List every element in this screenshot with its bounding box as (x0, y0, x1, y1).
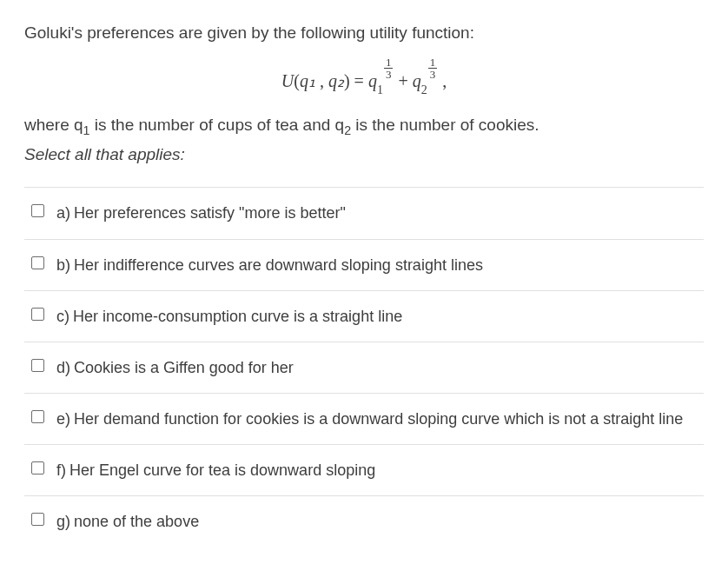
checkbox-b[interactable] (31, 256, 44, 269)
desc-s2: 2 (344, 123, 351, 137)
option-b-text: b)Her indifference curves are downward s… (56, 254, 483, 276)
eq-t1-sub: 1 (377, 83, 383, 96)
eq-exp2-num: 1 (428, 56, 438, 69)
select-all-prompt: Select all that applies: (24, 145, 704, 164)
option-f-text: f)Her Engel curve for tea is downward sl… (56, 459, 375, 481)
option-c[interactable]: c)Her income-consumption curve is a stra… (24, 290, 704, 342)
option-d[interactable]: d)Cookies is a Giffen good for her (24, 342, 704, 393)
option-c-letter: c) (56, 308, 69, 325)
option-g-letter: g) (56, 513, 70, 530)
option-c-text: c)Her income-consumption curve is a stra… (56, 305, 402, 328)
option-c-label: Her income-consumption curve is a straig… (73, 308, 402, 325)
option-a-label: Her preferences satisfy "more is better" (74, 204, 346, 222)
eq-t2-sub: 2 (421, 83, 427, 96)
checkbox-e[interactable] (31, 410, 44, 423)
checkbox-d[interactable] (31, 359, 44, 372)
option-b-letter: b) (56, 256, 70, 274)
checkbox-g[interactable] (31, 513, 44, 526)
option-f-label: Her Engel curve for tea is downward slop… (69, 461, 375, 479)
option-d-letter: d) (56, 359, 70, 376)
option-a-text: a)Her preferences satisfy "more is bette… (56, 202, 346, 224)
eq-exp1: 13 (384, 56, 394, 80)
option-e-letter: e) (56, 410, 70, 428)
option-d-text: d)Cookies is a Giffen good for her (56, 356, 294, 379)
eq-exp2-den: 3 (428, 69, 438, 80)
eq-exp1-den: 3 (384, 69, 394, 80)
option-f[interactable]: f)Her Engel curve for tea is downward sl… (24, 444, 704, 495)
eq-args: q₁ , q₂ (300, 71, 344, 90)
desc-p3: is the number of cookies. (351, 116, 539, 134)
option-g[interactable]: g)none of the above (24, 495, 704, 547)
options-list: a)Her preferences satisfy "more is bette… (24, 187, 704, 547)
utility-equation: U(q₁ , q₂) = q113 + q213 , (24, 56, 704, 98)
option-e-text: e)Her demand function for cookies is a d… (56, 408, 683, 430)
question-description: where q1 is the number of cups of tea an… (24, 113, 704, 140)
question-container: Goluki's preferences are given by the fo… (0, 0, 728, 564)
desc-p2: is the number of cups of tea and q (90, 116, 345, 134)
eq-exp2: 13 (428, 56, 438, 80)
eq-t2-base: q (413, 71, 421, 90)
desc-p1: where q (24, 116, 83, 134)
eq-func: U (281, 71, 294, 90)
option-b-label: Her indifference curves are downward slo… (74, 256, 483, 274)
option-a[interactable]: a)Her preferences satisfy "more is bette… (24, 187, 704, 238)
eq-exp1-num: 1 (384, 56, 394, 69)
desc-s1: 1 (83, 123, 90, 137)
checkbox-a[interactable] (31, 204, 44, 217)
option-d-label: Cookies is a Giffen good for her (74, 359, 294, 376)
checkbox-c[interactable] (31, 308, 44, 321)
option-e-label: Her demand function for cookies is a dow… (74, 410, 683, 428)
option-e[interactable]: e)Her demand function for cookies is a d… (24, 393, 704, 444)
option-f-letter: f) (56, 461, 66, 479)
option-g-text: g)none of the above (56, 510, 199, 533)
eq-t1-base: q (368, 71, 377, 90)
checkbox-f[interactable] (31, 461, 44, 474)
question-intro: Goluki's preferences are given by the fo… (24, 21, 704, 46)
option-a-letter: a) (56, 204, 70, 222)
option-b[interactable]: b)Her indifference curves are downward s… (24, 239, 704, 290)
option-g-label: none of the above (74, 513, 199, 530)
